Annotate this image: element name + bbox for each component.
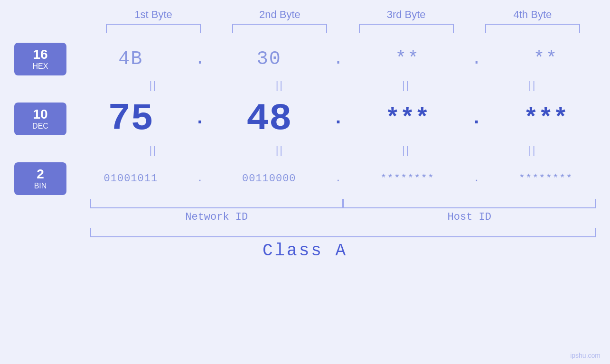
big-bracket [90, 228, 596, 237]
hex-dot1: . [193, 49, 207, 69]
bracket-byte1 [106, 24, 201, 33]
bin-section: 2 BIN 01001011 . 00110000 . ******** . *… [0, 162, 610, 195]
footer: ipshu.com [570, 352, 601, 359]
bottom-brackets [76, 199, 610, 208]
hex-label-box: 16 HEX [14, 43, 66, 75]
eq1-b4: || [485, 79, 580, 92]
hex-b1-value: 4B [118, 48, 143, 70]
hex-byte1: 4B [83, 48, 178, 70]
dec-byte4: *** [498, 105, 593, 133]
bracket-host [343, 199, 596, 208]
bin-byte4: ******** [498, 173, 593, 185]
network-id-label: Network ID [90, 211, 343, 223]
eq1-b3: || [359, 79, 454, 92]
hex-base-label: HEX [33, 62, 48, 71]
equals-row2: || || || || [0, 144, 610, 157]
bin-dot2: . [331, 173, 345, 185]
bin-label-box: 2 BIN [14, 162, 66, 195]
bin-byte1: 01001011 [83, 173, 178, 185]
hex-byte2: 30 [222, 48, 317, 70]
hex-byte4: ** [498, 48, 593, 70]
bin-dot1: . [193, 173, 207, 185]
dec-dot1: . [193, 107, 207, 130]
hex-b3-value: ** [395, 48, 420, 70]
bracket-byte4 [485, 24, 580, 33]
bin-byte2: 00110000 [222, 173, 317, 185]
dec-b3-value: *** [385, 105, 430, 133]
equals-row1: || || || || [0, 79, 610, 92]
eq2-b1: || [106, 144, 201, 157]
bracket-network [90, 199, 343, 208]
top-brackets [0, 24, 610, 33]
bin-b1-value: 01001011 [104, 173, 158, 185]
bin-b4-value: ******** [519, 173, 573, 185]
hex-b4-value: ** [534, 48, 558, 70]
dec-label-box: 10 DEC [14, 103, 66, 135]
bin-dot3: . [469, 173, 484, 185]
bin-b2-value: 00110000 [242, 173, 296, 185]
eq1-b2: || [232, 79, 327, 92]
byte1-header: 1st Byte [106, 9, 201, 21]
footer-text: ipshu.com [570, 352, 601, 359]
hex-base-num: 16 [33, 47, 47, 62]
bin-values: 01001011 . 00110000 . ******** . *******… [66, 173, 610, 185]
eq2-b2: || [232, 144, 327, 157]
hex-values: 4B . 30 . ** . ** [66, 48, 610, 70]
byte-headers: 1st Byte 2nd Byte 3rd Byte 4th Byte [0, 0, 610, 21]
class-row: Class A [0, 241, 610, 261]
bin-b3-value: ******** [380, 173, 434, 185]
eq1-b1: || [106, 79, 201, 92]
network-host-labels: Network ID Host ID [0, 211, 610, 223]
dec-b4-value: *** [524, 105, 568, 133]
eq2-b3: || [359, 144, 454, 157]
eq2-b4: || [485, 144, 580, 157]
dec-byte2: 48 [222, 97, 317, 140]
dec-values: 75 . 48 . *** . *** [66, 97, 610, 140]
class-label: Class A [263, 241, 347, 261]
dec-dot2: . [331, 107, 345, 130]
dec-base-label: DEC [32, 122, 48, 131]
byte4-header: 4th Byte [485, 9, 580, 21]
bottom-bracket-area [0, 199, 610, 208]
dec-byte1: 75 [83, 97, 178, 140]
dec-b1-value: 75 [108, 97, 153, 140]
byte2-header: 2nd Byte [232, 9, 327, 21]
host-id-label: Host ID [343, 211, 596, 223]
hex-dot3: . [469, 49, 484, 69]
dec-section: 10 DEC 75 . 48 . *** . *** [0, 97, 610, 140]
bracket-byte3 [359, 24, 454, 33]
dec-base-num: 10 [33, 107, 47, 122]
big-bracket-row [0, 228, 610, 237]
hex-b2-value: 30 [257, 48, 282, 70]
main-container: 1st Byte 2nd Byte 3rd Byte 4th Byte 16 H… [0, 0, 610, 364]
hex-byte3: ** [360, 48, 455, 70]
byte3-header: 3rd Byte [359, 9, 454, 21]
dec-b2-value: 48 [246, 97, 292, 140]
dec-byte3: *** [360, 105, 455, 133]
dec-dot3: . [469, 107, 484, 130]
bin-base-label: BIN [34, 182, 47, 190]
bin-base-num: 2 [37, 167, 44, 182]
hex-section: 16 HEX 4B . 30 . ** . ** [0, 43, 610, 75]
bracket-byte2 [232, 24, 327, 33]
bin-byte3: ******** [360, 173, 455, 185]
hex-dot2: . [331, 49, 345, 69]
